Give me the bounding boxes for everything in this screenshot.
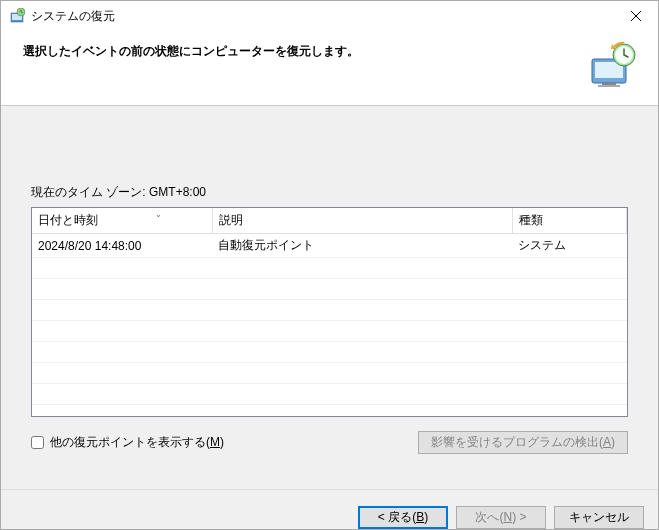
cell-type: システム [512,234,627,258]
window-title-text: システムの復元 [31,8,115,25]
show-more-checkbox[interactable] [31,436,44,449]
svg-rect-6 [602,83,616,85]
timezone-label: 現在のタイム ゾーン: GMT+8:00 [31,184,628,201]
cancel-button[interactable]: キャンセル [554,506,644,529]
column-header-type-label: 種類 [519,213,543,227]
table-row-empty [32,279,627,300]
column-header-type[interactable]: 種類 [512,208,627,234]
below-table-row: 他の復元ポイントを表示する(M) 影響を受けるプログラムの検出(A) [31,431,628,454]
cell-description: 自動復元ポイント [212,234,512,258]
restore-small-icon [9,8,25,24]
titlebar: システムの復元 [1,1,658,31]
table-row[interactable]: 2024/8/20 14:48:00自動復元ポイントシステム [32,234,627,258]
svg-rect-7 [598,85,620,87]
column-header-description[interactable]: 説明 [212,208,512,234]
table-row-empty [32,363,627,384]
wizard-header: 選択したイベントの前の状態にコンピューターを復元します。 [1,31,658,106]
table-row-empty [32,258,627,279]
scan-affected-programs-button[interactable]: 影響を受けるプログラムの検出(A) [418,431,628,454]
close-button[interactable] [614,1,658,31]
table-row-empty [32,342,627,363]
back-button[interactable]: < 戻る(B) [358,506,448,529]
column-header-date[interactable]: 日付と時刻 ⌄ [32,208,212,234]
table-row-empty [32,384,627,405]
next-button[interactable]: 次へ(N) > [456,506,546,529]
show-more-text: 他の復元ポイントを表示する(M) [50,434,224,451]
sort-descending-icon: ⌄ [155,210,162,219]
cell-date: 2024/8/20 14:48:00 [32,234,212,258]
table-row-empty [32,405,627,418]
close-icon [631,11,641,21]
table-header-row: 日付と時刻 ⌄ 説明 種類 [32,208,627,234]
column-header-description-label: 説明 [219,213,243,227]
table-row-empty [32,300,627,321]
column-header-date-label: 日付と時刻 [38,213,98,227]
wizard-content: 現在のタイム ゾーン: GMT+8:00 日付と時刻 ⌄ 説明 種類 [1,106,658,490]
wizard-heading: 選択したイベントの前の状態にコンピューターを復元します。 [23,41,359,60]
table-row-empty [32,321,627,342]
wizard-footer: < 戻る(B) 次へ(N) > キャンセル [1,490,658,530]
window-title: システムの復元 [9,8,115,25]
restore-points-table[interactable]: 日付と時刻 ⌄ 説明 種類 2024/8/20 14:48:00自動復元ポイント… [31,207,628,417]
show-more-checkbox-label[interactable]: 他の復元ポイントを表示する(M) [31,434,224,451]
restore-large-icon [586,41,636,91]
